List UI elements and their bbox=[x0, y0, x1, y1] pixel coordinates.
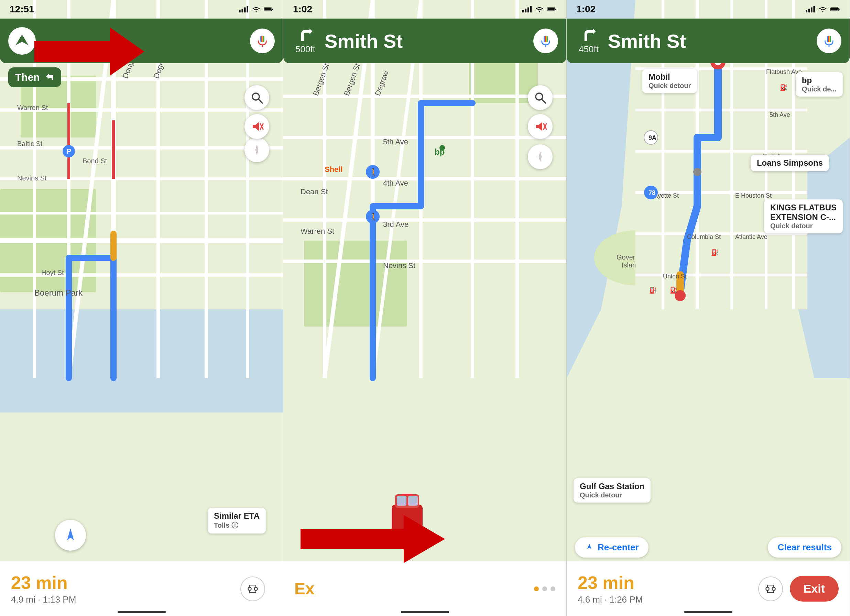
status-bar-1: 12:51 bbox=[0, 0, 283, 19]
svg-rect-153 bbox=[808, 9, 810, 12]
clear-results-button[interactable]: Clear results bbox=[768, 537, 841, 558]
battery-icon-3 bbox=[831, 6, 840, 13]
route-options-button-3[interactable] bbox=[758, 576, 783, 601]
map-action-buttons: Re-center Clear results bbox=[567, 537, 850, 558]
bp-top-sub: Quick de... bbox=[802, 85, 837, 93]
svg-rect-40 bbox=[244, 7, 246, 12]
svg-rect-98 bbox=[548, 8, 555, 10]
battery-icon-2 bbox=[547, 6, 557, 13]
home-indicator-3 bbox=[684, 611, 732, 613]
nav-distance-2: 500ft bbox=[295, 44, 315, 55]
svg-text:E Houston St: E Houston St bbox=[735, 192, 772, 199]
current-location-1 bbox=[55, 520, 86, 551]
mic-icon-1 bbox=[256, 34, 269, 48]
panel-navigation-3: Governors Island bbox=[567, 0, 850, 616]
kings-callout: KINGS FLATBUSEXTENSION C-... Quick detou… bbox=[764, 199, 843, 233]
kings-sub: Quick detour bbox=[770, 222, 837, 230]
recenter-button[interactable]: Re-center bbox=[575, 537, 648, 558]
mic-container-1 bbox=[250, 28, 275, 53]
turn-right-arrow-icon bbox=[295, 27, 316, 44]
svg-marker-111 bbox=[539, 152, 542, 161]
mobil-title: Mobil bbox=[648, 72, 691, 82]
svg-text:Warren St: Warren St bbox=[17, 104, 48, 111]
compass-button-1[interactable] bbox=[244, 138, 269, 162]
svg-text:⛽: ⛽ bbox=[780, 84, 788, 91]
signal-icon-3 bbox=[806, 6, 815, 13]
svg-text:Warren St: Warren St bbox=[301, 227, 334, 235]
mute-button-1[interactable] bbox=[244, 114, 269, 139]
svg-marker-37 bbox=[67, 528, 74, 540]
svg-point-53 bbox=[254, 587, 257, 590]
red-arrow-1 bbox=[34, 17, 144, 87]
svg-line-34 bbox=[258, 99, 262, 103]
mute-button-2[interactable] bbox=[528, 114, 552, 139]
nav-header-3: 450ft Smith St bbox=[567, 19, 850, 63]
mute-icon-2 bbox=[533, 120, 547, 133]
svg-rect-57 bbox=[304, 241, 407, 327]
svg-rect-49 bbox=[261, 36, 262, 42]
svg-rect-158 bbox=[839, 9, 840, 10]
svg-rect-154 bbox=[811, 7, 813, 12]
svg-text:Union St: Union St bbox=[663, 273, 687, 280]
svg-text:Boerum Park: Boerum Park bbox=[34, 288, 83, 298]
svg-text:Bond St: Bond St bbox=[82, 157, 107, 164]
svg-rect-50 bbox=[262, 36, 263, 42]
mic-button-2[interactable] bbox=[533, 28, 558, 53]
route-options-button-1[interactable] bbox=[240, 576, 265, 601]
mobil-callout: Mobil Quick detour bbox=[642, 69, 697, 93]
svg-point-166 bbox=[766, 587, 769, 590]
loans-title: Loans Simpsons bbox=[757, 158, 823, 168]
red-arrow-2 bbox=[301, 505, 445, 575]
home-indicator-1 bbox=[118, 611, 166, 613]
svg-text:9A: 9A bbox=[648, 135, 656, 141]
search-button-2[interactable] bbox=[528, 85, 552, 110]
eta-info-2: Ex bbox=[294, 579, 534, 598]
search-icon-1 bbox=[250, 91, 264, 105]
dot-2 bbox=[542, 586, 547, 591]
svg-rect-164 bbox=[830, 36, 831, 42]
signal-icon-2 bbox=[522, 6, 532, 13]
wifi-icon-2 bbox=[535, 6, 544, 13]
svg-text:78: 78 bbox=[648, 189, 655, 196]
mic-button-3[interactable] bbox=[817, 28, 841, 53]
eta-callout-title: Similar ETA bbox=[214, 511, 260, 521]
svg-point-150 bbox=[693, 168, 702, 176]
annotation-arrow-2 bbox=[301, 505, 445, 573]
eta-info-1: 23 min 4.9 mi · 1:13 PM bbox=[11, 572, 240, 605]
nav-street-2: Smith St bbox=[319, 30, 533, 52]
svg-text:⛽: ⛽ bbox=[670, 286, 678, 294]
svg-rect-94 bbox=[525, 9, 527, 12]
svg-text:Columbia St: Columbia St bbox=[687, 233, 721, 240]
recenter-label: Re-center bbox=[598, 542, 639, 553]
svg-marker-112 bbox=[301, 515, 445, 563]
svg-rect-48 bbox=[260, 36, 261, 42]
gulf-sub: Quick detour bbox=[580, 491, 644, 499]
exit-button-3[interactable]: Exit bbox=[790, 576, 839, 601]
nav-distance-3: 450ft bbox=[579, 44, 599, 55]
svg-text:⛽: ⛽ bbox=[649, 286, 657, 294]
exit-partial: Ex bbox=[294, 579, 534, 598]
svg-rect-43 bbox=[265, 8, 271, 10]
svg-text:5th Ave: 5th Ave bbox=[769, 111, 790, 118]
eta-time-1: 23 min bbox=[11, 572, 240, 593]
compass-button-2[interactable] bbox=[528, 144, 552, 169]
svg-text:🚶: 🚶 bbox=[369, 212, 379, 222]
svg-marker-165 bbox=[587, 544, 591, 549]
battery-icon-1 bbox=[264, 6, 273, 13]
svg-line-107 bbox=[542, 99, 546, 103]
mic-button-1[interactable] bbox=[250, 28, 275, 53]
turn-icon-2: 500ft bbox=[292, 27, 319, 55]
svg-rect-93 bbox=[522, 10, 524, 12]
pagination-dots bbox=[534, 586, 555, 591]
mic-icon-3 bbox=[823, 34, 835, 48]
bottom-bar-3: 23 min 4.6 mi · 1:26 PM Exit bbox=[567, 561, 850, 616]
mic-icon-2 bbox=[539, 34, 552, 48]
search-button-1[interactable] bbox=[244, 85, 269, 110]
svg-rect-102 bbox=[544, 36, 545, 42]
exit-label: Exit bbox=[804, 582, 825, 595]
svg-rect-41 bbox=[247, 6, 248, 13]
svg-text:Atlantic Ave: Atlantic Ave bbox=[735, 233, 768, 240]
search-icon-2 bbox=[533, 91, 547, 105]
eta-callout-sub: Tolls ⓘ bbox=[214, 521, 260, 530]
turn-icon-3: 450ft bbox=[575, 27, 602, 55]
